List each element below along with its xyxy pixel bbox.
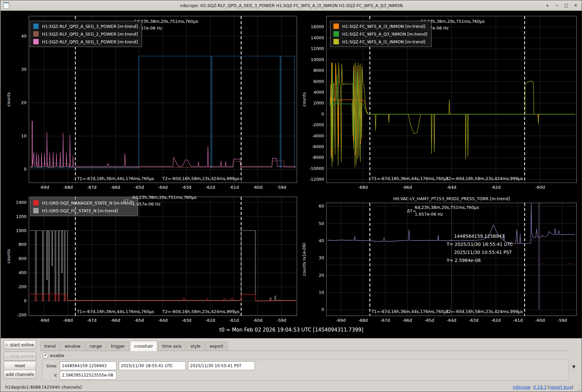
enable-checkbox[interactable]: ✔	[43, 353, 48, 358]
x-tick: -61d	[229, 185, 239, 190]
y-tick: 0	[321, 112, 324, 117]
legend-item: H1:SQZ-FC_WFS_A_I1_INMON [m-trend]	[333, 39, 427, 44]
chevron-down-icon[interactable]: ▼	[572, 364, 575, 369]
tab-window[interactable]: window	[60, 342, 84, 351]
add-channels-button[interactable]: add channels	[4, 370, 36, 379]
maximize-icon[interactable]: □	[563, 2, 569, 8]
t0-label: t0 = Mon Feb 02 2026 19:04:53 UTC [14540…	[1, 327, 582, 333]
legend-swatch-icon	[333, 24, 339, 29]
legend-channel-label: H1:GRD-SQZ_FC_STATE_N [m-trend]	[42, 208, 118, 213]
delta-t-freq: 1.657e-06 Hz	[415, 212, 443, 217]
shade-icon[interactable]: ∧	[544, 2, 550, 8]
control-panel: ▷start online◻stop onlineresetadd channe…	[1, 338, 582, 382]
tab-crosshair[interactable]: crosshair	[130, 341, 157, 351]
legend-item: H1:SQZ-FC_WFS_A_Q3_INMON [m-trend]	[333, 31, 427, 37]
enable-row: ✔ enable	[43, 353, 64, 358]
x-tick: -69d	[40, 318, 49, 323]
x-tick: -61d	[513, 318, 523, 323]
tab-bar: trendwindowrangetriggercrosshairtime axi…	[40, 341, 569, 351]
plot-grid: t0 = Mon Feb 02 2026 19:04:53 UTC [14540…	[1, 11, 582, 338]
x-tick: -64d	[158, 185, 168, 190]
y-tick: 10	[319, 290, 324, 295]
time-gps-input[interactable]	[60, 361, 117, 370]
time-utc-input[interactable]	[119, 361, 186, 370]
x-tick: -62d	[491, 318, 500, 323]
legend-swatch-icon	[333, 39, 339, 44]
legend-item: H1:SQZ-RLF_QPD_A_SEG_2_POWER [m-trend]	[33, 31, 138, 37]
close-icon[interactable]: ✕	[573, 2, 579, 8]
report-bug-link[interactable]: report bug	[549, 385, 572, 390]
y-tick: 10000	[311, 57, 324, 62]
x-tick: -62d	[206, 185, 215, 190]
start-online-button[interactable]: ▷start online	[4, 340, 36, 349]
y-value-input[interactable]	[60, 371, 117, 380]
tab-trend[interactable]: trend	[40, 342, 59, 351]
x-tick: -65d	[134, 318, 144, 323]
x-tick: -62d	[491, 185, 500, 190]
t2-label: T2=-60d,16h,58m,23s,424ms,999µs	[446, 176, 523, 181]
time-label: time:	[45, 363, 57, 368]
plot-bottom-right-ham7-pressure[interactable]: 0102030405060-69d-68d-67d-66d-65d-64d-63…	[300, 195, 579, 325]
y-tick: 30	[319, 255, 324, 260]
y-tick: 0	[24, 167, 27, 172]
legend-item: H1:GRD-SQZ_FC_STATE_N [m-trend]	[33, 208, 134, 213]
version-link[interactable]: 0.19.3	[533, 385, 547, 390]
y-tick: 0	[321, 307, 324, 312]
legend-item: H1:SQZ-FC_WFS_A_I3_INMON [m-trend]	[333, 24, 427, 29]
stop-online-button[interactable]: ◻stop online	[4, 352, 36, 361]
t1-label: T1=-67d,16h,36m,44s,176ms,760µs	[77, 176, 154, 181]
y-tick: -2000	[312, 122, 324, 127]
tab-style[interactable]: style	[186, 342, 205, 351]
legend-channel-label: H1:SQZ-RLF_QPD_A_SEG_1_POWER [m-trend]	[42, 39, 138, 44]
time-pst-input[interactable]	[188, 361, 255, 370]
tab-export[interactable]: export	[206, 342, 227, 351]
y-tick: 600	[18, 256, 27, 261]
window-title: ndscope: H1:SQZ-RLF_QPD_A_SEG_3_POWER H1…	[1, 3, 582, 8]
legend-channel-label: H1:GRD-SQZ_MANAGER_STATE_N [m-trend]	[42, 201, 134, 206]
y-tick: 2000	[313, 100, 324, 105]
plot-bottom-left-grd-states[interactable]: 1400120010008006004002000-200-69d-68d-67…	[5, 195, 299, 325]
reset-button[interactable]: reset	[4, 361, 36, 370]
x-tick: -65d	[424, 318, 434, 323]
y-tick: 1200	[16, 214, 27, 219]
y-tick: 1400	[16, 200, 27, 205]
crosshair-readout: Y= 2.5964e-08	[446, 258, 481, 263]
start-online-icon: ▷	[6, 343, 8, 347]
plot-top-left-qpd-power[interactable]: 010203040-69d-68d-67d-66d-65d-64d-63d-62…	[5, 14, 299, 193]
x-tick: -66d	[402, 318, 412, 323]
x-tick: -69d	[336, 318, 346, 323]
tab-time-axis[interactable]: time axis	[158, 342, 185, 351]
legend-channel-label: H1:SQZ-FC_WFS_A_Q3_INMON [m-trend]	[342, 32, 427, 37]
x-tick: -60d	[535, 185, 545, 190]
y-tick: 14000	[311, 35, 324, 40]
crosshair-readout: 1448564159.1256943	[454, 233, 504, 239]
about-links: ndscope 0.19.3 (report bug)	[513, 385, 573, 390]
minimize-icon[interactable]: −	[554, 2, 560, 8]
legend-channel-label: H1:SQZ-FC_WFS_A_I1_INMON [m-trend]	[342, 39, 425, 44]
tab-trigger[interactable]: trigger	[107, 342, 129, 351]
legend-swatch-icon	[33, 200, 39, 206]
resize-grip[interactable]	[578, 388, 581, 391]
plot-canvas[interactable]: 0102030405060-69d-68d-67d-66d-65d-64d-63…	[300, 195, 579, 325]
legend-swatch-icon	[33, 31, 39, 37]
x-tick: -59d	[277, 318, 286, 323]
y-tick: 400	[18, 270, 27, 275]
ndscope-link[interactable]: ndscope	[513, 385, 531, 390]
tab-range[interactable]: range	[86, 342, 106, 351]
y-tick: 6000	[313, 79, 324, 84]
y-label: Y:	[45, 373, 57, 378]
x-tick: -61d	[229, 318, 239, 323]
add-channels-label: add channels	[6, 372, 34, 377]
y-axis-label: counts	[302, 92, 307, 106]
plot-top-right-fc-wfs[interactable]: 1600014000120001000080006000400020000-20…	[300, 14, 579, 193]
legend: H1:GRD-SQZ_MANAGER_STATE_N [m-trend]H1:G…	[30, 198, 138, 216]
enable-label: enable	[50, 353, 64, 358]
y-axis-label: counts	[6, 249, 11, 263]
y-tick: 20	[319, 273, 324, 278]
t1-label: T1=-67d,16h,36m,44s,176ms,760µs	[77, 309, 154, 314]
time-row: time:	[45, 361, 255, 370]
x-tick: -63d	[469, 318, 478, 323]
delta-t-value: 6d,23h,38m,20s,751ms,760µs	[134, 19, 198, 24]
y-tick: -200	[17, 312, 27, 317]
legend-channel-label: H1:SQZ-FC_WFS_A_I3_INMON [m-trend]	[342, 24, 425, 29]
